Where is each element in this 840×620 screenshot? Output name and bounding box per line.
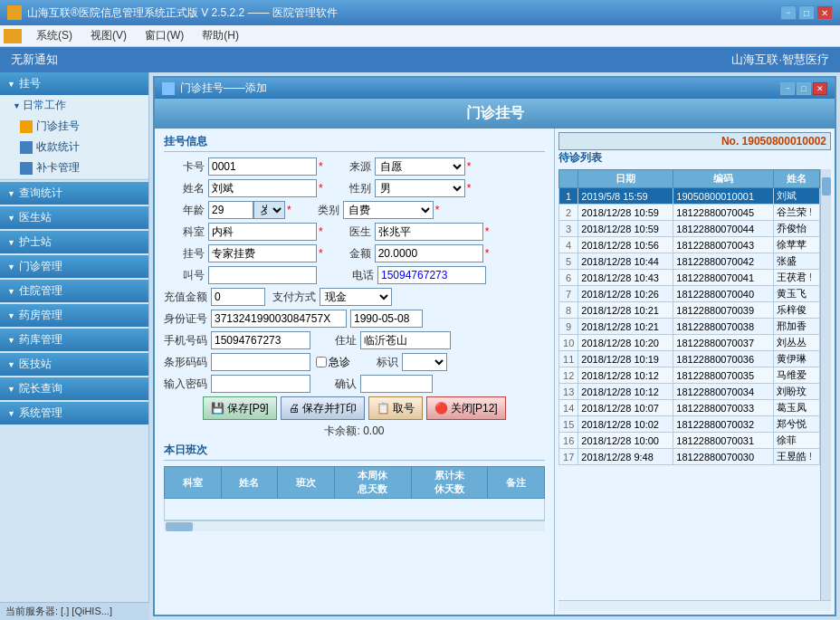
wait-list-row[interactable]: 15 2018/12/28 10:02 18122880070032 郑兮悦: [559, 416, 820, 433]
inner-minimize-button[interactable]: －: [780, 82, 795, 95]
wait-list-row[interactable]: 1 2019/5/8 15:59 19050800010001 刘斌: [559, 188, 820, 205]
input-amount[interactable]: [375, 244, 483, 262]
select-category[interactable]: 自费: [343, 201, 434, 219]
wait-row-code: 18122880070037: [673, 335, 774, 351]
input-password[interactable]: [211, 375, 310, 393]
wait-list-row[interactable]: 12 2018/12/28 10:12 18122880070035 马维爱: [559, 367, 820, 384]
shifts-hscrollbar[interactable]: [164, 520, 545, 531]
save-button[interactable]: 💾 保存[P9]: [203, 396, 276, 420]
wait-list-row[interactable]: 14 2018/12/28 10:07 18122880070033 葛玉凤: [559, 400, 820, 416]
wait-row-num: 11: [559, 351, 578, 367]
wait-row-code: 18122880070041: [673, 270, 774, 286]
inner-maximize-button[interactable]: □: [797, 82, 811, 95]
label-amount: 金额: [330, 246, 371, 262]
brand-text: 山海互联·智慧医疗: [731, 52, 829, 68]
wait-row-num: 10: [559, 335, 578, 351]
wait-row-name: 乐梓俊: [773, 302, 819, 319]
sidebar-header-nurse[interactable]: 护士站: [0, 231, 148, 253]
sidebar-header-pharmacy[interactable]: 药房管理: [0, 304, 148, 327]
wait-list-hscrollbar[interactable]: [558, 600, 831, 611]
input-dept[interactable]: [208, 223, 317, 241]
input-recharge[interactable]: [211, 288, 265, 306]
wait-list-row[interactable]: 11 2018/12/28 10:19 18122880070036 黄伊琳: [559, 351, 820, 367]
sidebar-header-inpatient[interactable]: 住院管理: [0, 280, 148, 302]
menu-system[interactable]: 系统(S): [27, 26, 81, 45]
save-print-button[interactable]: 🖨 保存并打印: [281, 396, 365, 420]
input-birthdate[interactable]: [350, 310, 423, 328]
select-source[interactable]: 自愿: [375, 157, 465, 176]
input-callno[interactable]: [208, 266, 317, 284]
sidebar-item-cashier[interactable]: 收款统计: [0, 137, 148, 157]
wait-list-row[interactable]: 2 2018/12/28 10:59 18122880070045 谷兰荣 !: [559, 205, 820, 221]
sidebar-header-outpatient-mgmt[interactable]: 门诊管理: [0, 255, 148, 278]
input-mobile[interactable]: [211, 331, 310, 349]
wait-list-table-inner: 日期 编码 姓名 1 2019/5/8 15:59 19050800010001…: [558, 169, 820, 600]
wait-list-scrollbar[interactable]: [820, 169, 831, 600]
input-idcard[interactable]: [211, 310, 347, 328]
wait-list-row[interactable]: 6 2018/12/28 10:43 18122880070041 王茯君 !: [559, 270, 820, 286]
cancel-button[interactable]: 📋 取号: [368, 396, 423, 420]
wait-row-name: 邢加香: [773, 319, 819, 335]
input-doctor[interactable]: [375, 223, 483, 241]
sidebar-header-query[interactable]: 查询统计: [0, 182, 148, 205]
input-name[interactable]: [208, 179, 317, 197]
sidebar-header-drugstore[interactable]: 药库管理: [0, 329, 148, 351]
select-payment[interactable]: 现金: [320, 288, 392, 306]
input-age[interactable]: [208, 201, 253, 219]
inner-close-button[interactable]: ✕: [813, 82, 827, 95]
input-confirm[interactable]: [360, 375, 433, 393]
wait-list-row[interactable]: 8 2018/12/28 10:21 18122880070039 乐梓俊: [559, 302, 820, 319]
sidebar-item-recard-label: 补卡管理: [36, 160, 80, 176]
wait-list-row[interactable]: 17 2018/12/28 9:48 18122880070030 王昱皓 !: [559, 449, 820, 465]
order-number: No. 19050800010002: [558, 132, 831, 150]
input-address[interactable]: [360, 331, 451, 349]
select-mark[interactable]: [402, 353, 447, 371]
input-regtype[interactable]: [208, 244, 317, 262]
wait-row-name: 谷兰荣 !: [773, 205, 819, 221]
sidebar-header-medtech[interactable]: 医技站: [0, 353, 148, 376]
close-button[interactable]: ✕: [816, 5, 833, 20]
wait-list-row[interactable]: 3 2018/12/28 10:59 18122880070044 乔俊怡: [559, 221, 820, 237]
wait-list-row[interactable]: 5 2018/12/28 10:44 18122880070042 张盛: [559, 253, 820, 270]
menu-window[interactable]: 窗口(W): [136, 26, 193, 45]
maximize-button[interactable]: □: [798, 5, 815, 20]
wait-row-date: 2018/12/28 10:21: [578, 302, 673, 319]
select-age-unit[interactable]: 岁: [253, 201, 285, 219]
label-payment: 支付方式: [272, 290, 316, 305]
close-form-button[interactable]: 🔴 关闭[P12]: [426, 396, 506, 420]
wait-list-row[interactable]: 4 2018/12/28 10:56 18122880070043 徐苹苹: [559, 237, 820, 253]
shifts-col-weekly: 本周休息天数: [334, 467, 411, 499]
notification-text: 无新通知: [11, 52, 58, 68]
wait-list-row[interactable]: 13 2018/12/28 10:12 18122880070034 刘盼玟: [559, 384, 820, 400]
minimize-button[interactable]: －: [780, 5, 797, 20]
wait-list-row[interactable]: 9 2018/12/28 10:21 18122880070038 邢加香: [559, 319, 820, 335]
wait-row-date: 2018/12/28 10:20: [578, 335, 673, 351]
input-phone[interactable]: [377, 266, 486, 284]
input-barcode[interactable]: [211, 353, 310, 371]
sidebar-header-guihao[interactable]: 挂号: [0, 72, 148, 95]
sidebar-sub-header-daily[interactable]: 日常工作: [0, 95, 148, 116]
wait-row-name: 黄玉飞: [773, 286, 819, 302]
input-cardno[interactable]: [208, 157, 317, 176]
wait-list-row[interactable]: 16 2018/12/28 10:00 18122880070031 徐菲: [559, 433, 820, 449]
menu-help[interactable]: 帮助(H): [193, 26, 248, 45]
menu-view[interactable]: 视图(V): [81, 26, 136, 45]
sidebar-item-recard[interactable]: 补卡管理: [0, 157, 148, 178]
select-gender[interactable]: 男: [375, 179, 465, 197]
shifts-table-wrapper: 科室 姓名 班次 本周休息天数 累计未休天数 备注: [164, 466, 545, 531]
wait-list-row[interactable]: 10 2018/12/28 10:20 18122880070037 刘丛丛: [559, 335, 820, 351]
emergency-label: 急诊: [316, 355, 350, 370]
label-doctor: 医生: [330, 224, 371, 240]
wait-list-row[interactable]: 7 2018/12/28 10:26 18122880070040 黄玉飞: [559, 286, 820, 302]
checkbox-emergency[interactable]: [316, 357, 327, 367]
wait-row-name: 郑兮悦: [773, 416, 819, 433]
action-buttons: 💾 保存[P9] 🖨 保存并打印 📋 取号 🔴: [164, 396, 545, 420]
sidebar-header-doctor[interactable]: 医生站: [0, 206, 148, 229]
sidebar-item-outpatient[interactable]: 门诊挂号: [0, 116, 148, 137]
sidebar-header-system[interactable]: 系统管理: [0, 402, 148, 424]
wait-row-date: 2018/12/28 10:56: [578, 237, 673, 253]
inner-window-title: 门诊挂号——添加: [180, 81, 267, 96]
emergency-text: 急诊: [329, 355, 350, 370]
wait-row-name: 刘丛丛: [773, 335, 819, 351]
sidebar-header-director[interactable]: 院长查询: [0, 377, 148, 400]
